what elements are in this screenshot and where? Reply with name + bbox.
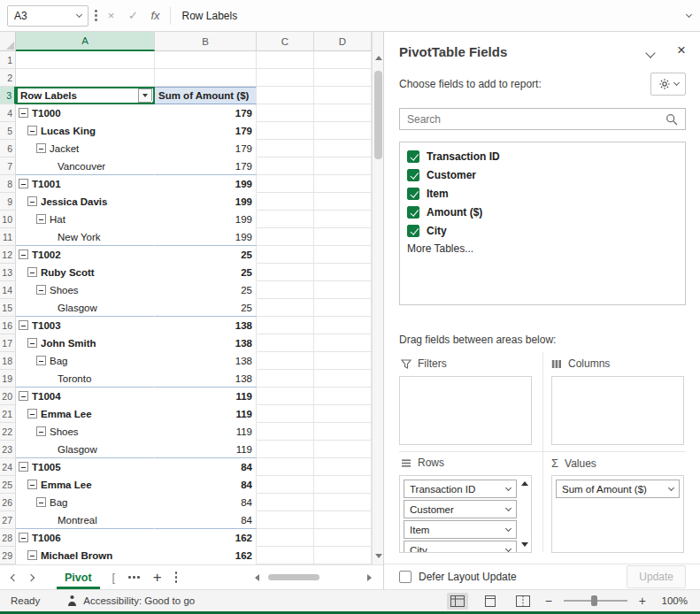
chevron-down-icon[interactable]	[505, 504, 512, 510]
field-item[interactable]: Customer	[400, 165, 685, 184]
collapse-icon[interactable]	[27, 126, 37, 135]
cell-B3[interactable]: Sum of Amount ($)	[155, 87, 257, 104]
cell-C12[interactable]	[257, 246, 314, 264]
row-header-6[interactable]: 6	[0, 140, 16, 157]
row-header-21[interactable]: 21	[0, 405, 16, 423]
row-header-5[interactable]: 5	[0, 122, 16, 140]
columns-dropzone[interactable]	[551, 376, 684, 445]
scroll-right-icon[interactable]	[367, 574, 372, 581]
cell-C21[interactable]	[257, 405, 314, 423]
cell-D13[interactable]	[314, 264, 372, 281]
cell-B14[interactable]: 25	[155, 281, 257, 299]
cell-D4[interactable]	[314, 104, 372, 122]
cell-A11[interactable]: New York	[16, 228, 155, 246]
cell-A20[interactable]: T1004	[16, 388, 155, 405]
cell-C28[interactable]	[257, 529, 314, 547]
accessibility-status[interactable]: Accessibility: Good to go	[66, 595, 195, 607]
cell-D23[interactable]	[314, 441, 372, 458]
cell-D14[interactable]	[314, 281, 372, 299]
row-header-24[interactable]: 24	[0, 458, 16, 476]
cell-D9[interactable]	[314, 193, 372, 211]
cell-A18[interactable]: Bag	[16, 352, 155, 370]
collapse-icon[interactable]	[27, 338, 37, 348]
horizontal-scroll-track[interactable]	[265, 574, 361, 581]
pane-collapse-chevron-icon[interactable]	[645, 48, 655, 58]
field-item[interactable]: City	[400, 221, 685, 240]
cell-B16[interactable]: 138	[155, 317, 257, 334]
cell-C7[interactable]	[257, 157, 314, 175]
name-box[interactable]: A3	[7, 5, 88, 27]
cell-B5[interactable]: 179	[155, 122, 257, 140]
area-field-pill[interactable]: Sum of Amount ($)	[556, 480, 680, 498]
row-header-4[interactable]: 4	[0, 104, 16, 122]
collapse-icon[interactable]	[19, 462, 28, 472]
prev-sheet-icon[interactable]	[11, 573, 18, 580]
chevron-down-icon[interactable]	[505, 545, 512, 551]
sheet-options-icon[interactable]	[175, 572, 178, 583]
cell-D6[interactable]	[314, 140, 372, 157]
field-checkbox[interactable]	[407, 169, 419, 181]
vertical-scrollbar-thumb[interactable]	[374, 71, 382, 159]
column-header-C[interactable]: C	[257, 32, 314, 51]
cell-D8[interactable]	[314, 175, 372, 193]
fill-handle[interactable]	[151, 101, 155, 104]
collapse-icon[interactable]	[27, 196, 37, 206]
cell-D10[interactable]	[314, 211, 372, 228]
horizontal-scrollbar-thumb[interactable]	[268, 574, 319, 580]
row-header-15[interactable]: 15	[0, 299, 16, 317]
cell-C3[interactable]	[257, 87, 314, 104]
row-header-23[interactable]: 23	[0, 441, 16, 458]
cell-B23[interactable]: 119	[155, 441, 257, 458]
cancel-icon[interactable]: ×	[104, 9, 119, 22]
cell-D12[interactable]	[314, 246, 372, 264]
cell-D29[interactable]	[314, 547, 372, 564]
column-header-B[interactable]: B	[155, 32, 257, 51]
cell-A13[interactable]: Ruby Scott	[16, 264, 155, 281]
cell-B22[interactable]: 119	[155, 423, 257, 441]
area-field-pill[interactable]: Customer	[404, 500, 517, 518]
cell-A21[interactable]: Emma Lee	[16, 405, 155, 423]
cell-D26[interactable]	[314, 494, 372, 511]
tools-button[interactable]	[650, 73, 686, 96]
field-checkbox[interactable]	[407, 206, 419, 219]
row-header-3[interactable]: 3	[0, 87, 16, 104]
cell-B21[interactable]: 119	[155, 405, 257, 423]
row-header-19[interactable]: 19	[0, 370, 16, 388]
collapse-icon[interactable]	[36, 214, 46, 224]
area-field-pill[interactable]: City	[404, 541, 517, 553]
name-box-chevron-icon[interactable]	[76, 11, 82, 17]
collapse-icon[interactable]	[19, 108, 28, 118]
cell-A9[interactable]: Jessica Davis	[16, 193, 155, 211]
collapse-icon[interactable]	[27, 550, 37, 560]
zoom-out-button[interactable]: −	[545, 595, 552, 607]
cell-B19[interactable]: 138	[155, 370, 257, 388]
cell-C2[interactable]	[257, 69, 314, 87]
field-item[interactable]: Amount ($)	[400, 203, 685, 221]
cell-B2[interactable]	[155, 69, 257, 87]
cell-B17[interactable]: 138	[155, 334, 257, 352]
zoom-in-button[interactable]: +	[639, 595, 646, 607]
cell-D25[interactable]	[314, 476, 372, 494]
area-field-pill[interactable]: Transaction ID	[404, 480, 517, 498]
cell-C20[interactable]	[257, 388, 314, 405]
cell-D24[interactable]	[314, 458, 372, 476]
column-header-A[interactable]: A	[16, 32, 155, 51]
cell-C17[interactable]	[257, 334, 314, 352]
chevron-down-icon[interactable]	[505, 525, 512, 531]
row-header-11[interactable]: 11	[0, 228, 16, 246]
cell-B11[interactable]: 199	[155, 228, 257, 246]
cell-B8[interactable]: 199	[155, 175, 257, 193]
update-button[interactable]: Update	[627, 565, 686, 588]
cell-B15[interactable]: 25	[155, 299, 257, 317]
row-header-14[interactable]: 14	[0, 281, 16, 299]
cell-A3[interactable]: Row Labels	[16, 87, 155, 104]
cell-B13[interactable]: 25	[155, 264, 257, 281]
sheet-tab-pivot[interactable]: Pivot	[51, 565, 105, 589]
cell-A17[interactable]: John Smith	[16, 334, 155, 352]
cell-A26[interactable]: Bag	[16, 494, 155, 511]
cell-A28[interactable]: T1006	[16, 529, 155, 547]
row-header-18[interactable]: 18	[0, 352, 16, 370]
collapse-icon[interactable]	[36, 143, 46, 153]
cell-C26[interactable]	[257, 494, 314, 511]
cell-C1[interactable]	[257, 51, 314, 69]
